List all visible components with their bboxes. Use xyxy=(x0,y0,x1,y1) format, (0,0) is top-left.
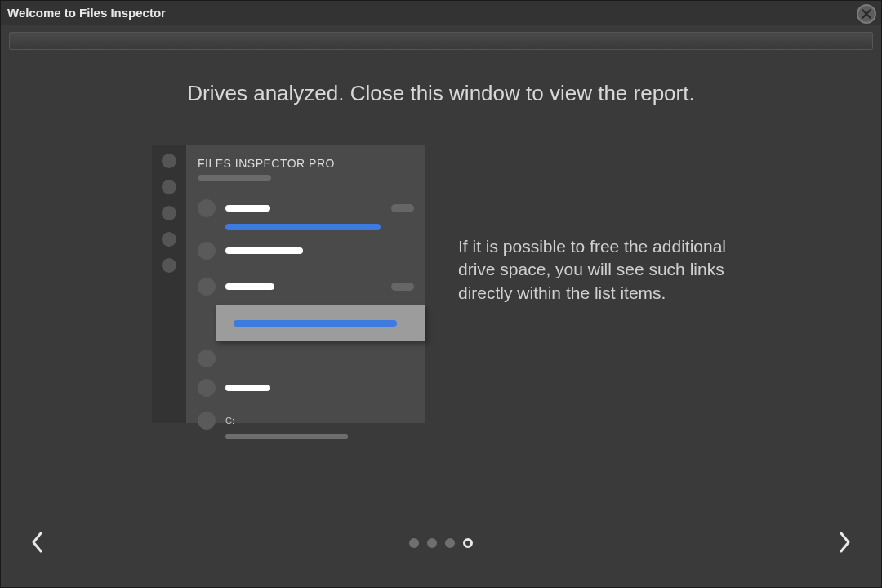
drive-label: C: xyxy=(225,416,234,425)
pager-dot[interactable] xyxy=(427,538,437,548)
illustration-title: FILES INSPECTOR PRO xyxy=(198,157,414,170)
previous-button[interactable] xyxy=(25,530,50,555)
titlebar: Welcome to Files Inspector xyxy=(1,1,881,25)
list-item xyxy=(198,350,414,368)
drive-usage-bar xyxy=(225,434,348,439)
item-bar xyxy=(225,205,270,212)
item-bar xyxy=(225,283,274,290)
item-link-bar xyxy=(234,320,397,327)
highlighted-link-row xyxy=(216,305,425,341)
item-bar xyxy=(225,385,270,391)
drive-item: C: xyxy=(198,412,414,430)
item-avatar-icon xyxy=(198,242,216,260)
pager-dot[interactable] xyxy=(409,538,419,548)
pager xyxy=(409,538,473,548)
item-avatar-icon xyxy=(198,379,216,397)
illustration-main: FILES INSPECTOR PRO xyxy=(186,145,425,423)
illustration-sidebar xyxy=(152,145,186,423)
sidebar-dot-icon xyxy=(162,258,176,273)
list-item xyxy=(198,242,414,260)
pager-dot[interactable] xyxy=(445,538,455,548)
drive-usage-bar-row xyxy=(225,434,414,439)
slide-description: If it is possible to free the additional… xyxy=(458,235,752,305)
sidebar-dot-icon xyxy=(162,206,176,220)
chevron-right-icon xyxy=(836,531,853,554)
item-link-bar xyxy=(225,224,381,230)
sidebar-dot-icon xyxy=(162,232,176,247)
welcome-dialog: Welcome to Files Inspector Drives analyz… xyxy=(0,0,882,588)
content-area: Drives analyzed. Close this window to vi… xyxy=(1,50,881,587)
close-icon xyxy=(862,9,871,19)
illustration-subtitle-bar xyxy=(198,175,271,181)
slide-headline: Drives analyzed. Close this window to vi… xyxy=(33,81,849,106)
item-size-pill xyxy=(391,204,414,212)
slide-body: FILES INSPECTOR PRO xyxy=(33,145,849,423)
item-avatar-icon xyxy=(198,350,216,368)
pager-dot-active[interactable] xyxy=(463,538,473,548)
window-title: Welcome to Files Inspector xyxy=(7,6,166,20)
item-size-pill xyxy=(391,283,414,291)
item-sub-row xyxy=(225,224,414,230)
list-item xyxy=(198,278,414,296)
item-bar xyxy=(225,247,303,254)
list-item xyxy=(198,199,414,217)
chevron-left-icon xyxy=(29,531,46,554)
item-avatar-icon xyxy=(198,278,216,296)
sidebar-dot-icon xyxy=(162,180,176,194)
close-button[interactable] xyxy=(857,4,876,24)
progress-bar xyxy=(9,32,873,50)
next-button[interactable] xyxy=(832,530,857,555)
item-avatar-icon xyxy=(198,412,216,430)
item-avatar-icon xyxy=(198,199,216,217)
list-item xyxy=(198,379,414,397)
app-illustration: FILES INSPECTOR PRO xyxy=(152,145,425,423)
sidebar-dot-icon xyxy=(162,154,176,168)
